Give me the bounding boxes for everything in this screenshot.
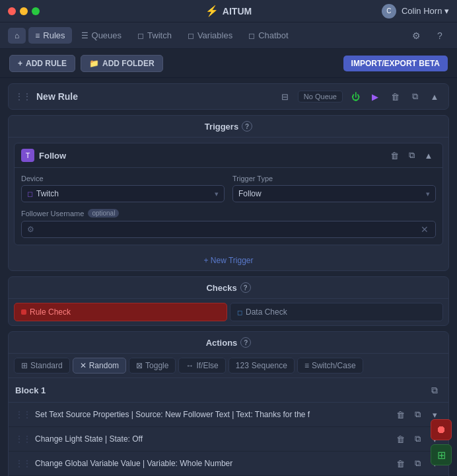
- actions-help-icon[interactable]: ?: [240, 337, 251, 348]
- action-item-2: ⋮⋮ Change Global Variable Value | Variab…: [9, 452, 448, 476]
- tab-standard[interactable]: ⊞ Standard: [14, 358, 70, 374]
- plus-icon: +: [18, 59, 22, 68]
- action-item-0: ⋮⋮ Set Text Source Properties | Source: …: [9, 403, 448, 427]
- add-rule-button[interactable]: + ADD RULE: [9, 55, 75, 72]
- nav-item-variables[interactable]: ◻ Variables: [181, 27, 239, 44]
- close-button[interactable]: [8, 7, 16, 15]
- trigger-type-label: Trigger Type: [232, 175, 436, 182]
- follower-gear-icon: ⚙: [27, 225, 34, 234]
- folder-icon: 📁: [89, 59, 99, 68]
- tab-switchcase[interactable]: ≡ Switch/Case: [297, 358, 363, 374]
- floating-buttons: ⏺ ⊞: [431, 419, 452, 465]
- actions-title: Actions ?: [9, 332, 448, 354]
- action-drag-icon-1: ⋮⋮: [15, 434, 31, 444]
- actions-section: Actions ? ⊞ Standard ✕ Random ⊠ Toggle ↔…: [8, 331, 449, 476]
- rules-icon: ≡: [35, 31, 40, 40]
- actions-tabs: ⊞ Standard ✕ Random ⊠ Toggle ↔ If/Else 1…: [9, 354, 448, 378]
- app-title: ⚡ AITUM: [205, 5, 252, 17]
- checks-help-icon[interactable]: ?: [240, 282, 251, 293]
- copy-action-0-button[interactable]: ⧉: [410, 407, 425, 422]
- toggle-icon: ⊠: [136, 361, 143, 370]
- nav-item-rules[interactable]: ≡ Rules: [28, 27, 71, 44]
- collapse-trigger-button[interactable]: ▲: [421, 148, 436, 163]
- home-icon: ⌂: [15, 31, 19, 40]
- rule-check-dot: [21, 309, 26, 315]
- minimize-button[interactable]: [20, 7, 28, 15]
- action-item-1: ⋮⋮ Change Light State | State: Off 🗑 ⧉ ▾: [9, 427, 448, 452]
- record-button[interactable]: ⏺: [431, 419, 452, 440]
- trigger-type-select[interactable]: Follow ▾: [232, 185, 436, 202]
- collapse-rule-button[interactable]: ▲: [427, 89, 442, 104]
- nav-item-home[interactable]: ⌂: [8, 28, 26, 44]
- add-folder-button[interactable]: 📁 ADD FOLDER: [81, 55, 163, 72]
- data-check-icon: ◻: [237, 309, 242, 316]
- follower-username-input[interactable]: [37, 225, 419, 234]
- triggers-title: Triggers ?: [9, 116, 448, 138]
- tab-ifelse[interactable]: ↔ If/Else: [178, 358, 225, 374]
- delete-rule-button[interactable]: 🗑: [388, 89, 402, 104]
- rule-name: New Rule: [36, 91, 276, 102]
- drag-handle-icon[interactable]: ⋮⋮: [15, 92, 31, 101]
- copy-action-1-button[interactable]: ⧉: [410, 432, 425, 446]
- grid-icon: ⊞: [437, 449, 446, 461]
- copy-trigger-button[interactable]: ⧉: [404, 148, 419, 163]
- device-trigger-row: Device ◻ Twitch ▾ Trigger Type: [21, 175, 436, 202]
- layers-icon: ⊟: [281, 92, 289, 102]
- navbar: ⌂ ≡ Rules ☰ Queues ◻ Twitch ◻ Variables …: [0, 22, 457, 49]
- device-select[interactable]: ◻ Twitch ▾: [21, 185, 225, 202]
- rule-queue[interactable]: No Queue: [298, 91, 343, 102]
- tab-toggle[interactable]: ⊠ Toggle: [129, 358, 176, 374]
- data-check-item[interactable]: ◻ Data Check: [230, 303, 443, 321]
- copy-rule-button[interactable]: ⧉: [407, 89, 422, 104]
- nav-actions: ⚙ ?: [407, 26, 449, 45]
- help-button[interactable]: ?: [431, 26, 449, 45]
- trigger-type-chevron-icon: ▾: [426, 190, 430, 198]
- twitch-icon: ◻: [137, 31, 144, 40]
- nav-item-twitch[interactable]: ◻ Twitch: [131, 27, 178, 44]
- checks-row: Rule Check ◻ Data Check: [9, 299, 448, 325]
- ifelse-icon: ↔: [186, 361, 193, 370]
- device-label: Device: [21, 175, 225, 182]
- delete-action-2-button[interactable]: 🗑: [393, 456, 407, 471]
- sequence-icon: 123: [236, 361, 249, 370]
- action-text-1: Change Light State | State: Off: [35, 434, 389, 444]
- import-export-button[interactable]: IMPORT/EXPORT BETA: [343, 56, 448, 71]
- block-name: Block 1: [15, 385, 427, 395]
- copy-action-2-button[interactable]: ⧉: [410, 456, 425, 471]
- tab-random[interactable]: ✕ Random: [73, 358, 126, 374]
- grid-button[interactable]: ⊞: [431, 444, 452, 465]
- action-drag-icon-2: ⋮⋮: [15, 459, 31, 468]
- delete-action-1-button[interactable]: 🗑: [393, 432, 407, 446]
- triggers-help-icon[interactable]: ?: [242, 121, 252, 132]
- nav-item-chatbot[interactable]: ◻ Chatbot: [242, 27, 295, 44]
- random-icon: ✕: [80, 361, 87, 370]
- copy-block-button[interactable]: ⧉: [427, 383, 442, 397]
- rule-header: ⋮⋮ New Rule ⊟ No Queue ⏻ ▶ 🗑 ⧉ ▲: [8, 83, 449, 110]
- maximize-button[interactable]: [32, 7, 40, 15]
- nav-item-queues[interactable]: ☰ Queues: [75, 27, 129, 44]
- trigger-header: T Follow 🗑 ⧉ ▲: [15, 143, 442, 168]
- switchcase-icon: ≡: [304, 361, 309, 370]
- new-trigger-button[interactable]: + New Trigger: [9, 251, 448, 270]
- avatar: C: [382, 4, 396, 19]
- power-button[interactable]: ⏻: [348, 89, 363, 104]
- follower-label-row: Follower Username optional: [21, 209, 436, 218]
- variables-icon: ◻: [188, 31, 194, 40]
- settings-button[interactable]: ⚙: [407, 26, 425, 45]
- chatbot-icon: ◻: [248, 31, 255, 40]
- device-select-icon: ◻: [27, 190, 33, 198]
- triggers-section: Triggers ? T Follow 🗑 ⧉ ▲ Device: [8, 115, 449, 271]
- user-menu[interactable]: C Colin Horn ▾: [382, 4, 449, 19]
- trigger-type-icon: T: [21, 149, 34, 162]
- checks-title: Checks ?: [9, 277, 448, 299]
- clear-follower-button[interactable]: ✕: [419, 224, 430, 235]
- checks-section: Checks ? Rule Check ◻ Data Check: [8, 276, 449, 326]
- device-group: Device ◻ Twitch ▾: [21, 175, 225, 202]
- delete-trigger-button[interactable]: 🗑: [387, 148, 402, 163]
- rule-check-item[interactable]: Rule Check: [14, 303, 227, 321]
- tab-sequence[interactable]: 123 Sequence: [228, 358, 295, 374]
- window-controls: [8, 7, 40, 15]
- queues-icon: ☰: [81, 31, 88, 40]
- play-button[interactable]: ▶: [368, 89, 382, 104]
- delete-action-0-button[interactable]: 🗑: [393, 407, 407, 422]
